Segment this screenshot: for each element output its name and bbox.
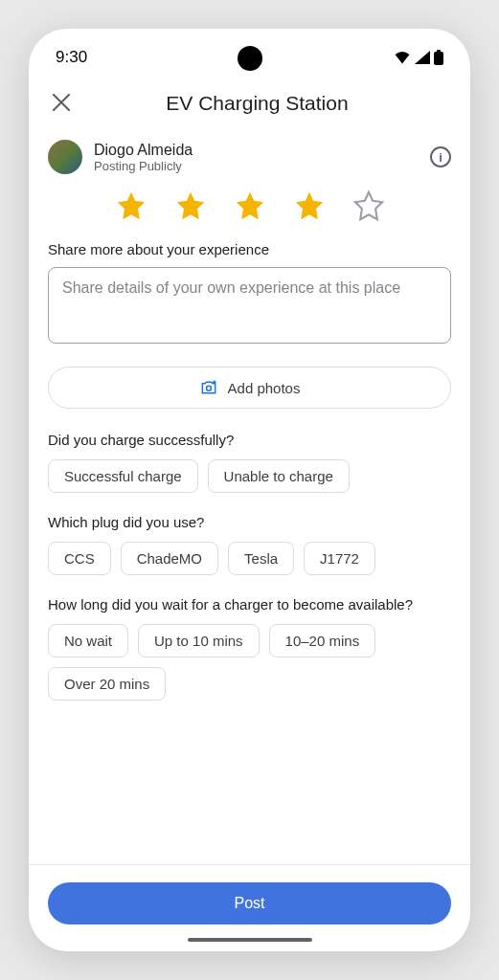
experience-textarea[interactable] [48, 267, 451, 344]
header: EV Charging Station [29, 77, 470, 130]
info-icon[interactable]: i [430, 146, 451, 167]
chip-ccs[interactable]: CCS [48, 542, 111, 575]
chip-over-20[interactable]: Over 20 mins [48, 667, 166, 701]
home-indicator[interactable] [188, 938, 312, 942]
star-1[interactable] [115, 189, 147, 222]
question-wait-text: How long did you wait for a charger to b… [48, 596, 451, 612]
user-posting-status: Posting Publicly [94, 159, 419, 173]
star-5[interactable] [352, 189, 385, 222]
wifi-icon [394, 51, 411, 64]
avatar[interactable] [48, 140, 82, 174]
chip-successful-charge[interactable]: Successful charge [48, 459, 198, 493]
star-4[interactable] [293, 189, 326, 222]
svg-point-2 [206, 386, 211, 390]
chip-j1772[interactable]: J1772 [304, 542, 375, 575]
chip-tesla[interactable]: Tesla [228, 542, 294, 575]
page-title: EV Charging Station [63, 92, 451, 115]
camera-cutout [238, 46, 262, 71]
content-scroll[interactable]: Diogo Almeida Posting Publicly i Share m… [29, 130, 470, 864]
add-photos-button[interactable]: Add photos [48, 367, 451, 409]
star-rating [29, 180, 470, 241]
chip-unable-to-charge[interactable]: Unable to charge [208, 459, 350, 493]
experience-label: Share more about your experience [29, 241, 470, 267]
footer: Post [29, 864, 470, 951]
add-photos-label: Add photos [228, 380, 301, 396]
chip-chademo[interactable]: ChadeMO [121, 542, 218, 575]
svg-rect-0 [434, 52, 443, 65]
camera-plus-icon [199, 378, 218, 397]
question-wait: How long did you wait for a charger to b… [29, 596, 470, 722]
question-charge-text: Did you charge successfully? [48, 432, 451, 448]
status-time: 9:30 [56, 48, 87, 67]
star-2[interactable] [174, 189, 207, 222]
phone-frame: 9:30 EV Charging Station Diogo Almeida P… [29, 29, 470, 951]
post-button[interactable]: Post [48, 882, 451, 924]
battery-icon [434, 50, 443, 65]
status-icons [394, 50, 443, 65]
question-charge: Did you charge successfully? Successful … [29, 432, 470, 514]
signal-icon [415, 51, 430, 64]
user-info: Diogo Almeida Posting Publicly [94, 142, 419, 173]
chip-up-to-10[interactable]: Up to 10 mins [138, 624, 260, 657]
chip-10-20[interactable]: 10–20 mins [269, 624, 376, 657]
question-plug: Which plug did you use? CCS ChadeMO Tesl… [29, 514, 470, 596]
user-name: Diogo Almeida [94, 142, 419, 159]
svg-rect-1 [437, 50, 441, 53]
user-row: Diogo Almeida Posting Publicly i [29, 130, 470, 180]
question-plug-text: Which plug did you use? [48, 514, 451, 530]
chip-no-wait[interactable]: No wait [48, 624, 128, 657]
star-3[interactable] [234, 189, 266, 222]
